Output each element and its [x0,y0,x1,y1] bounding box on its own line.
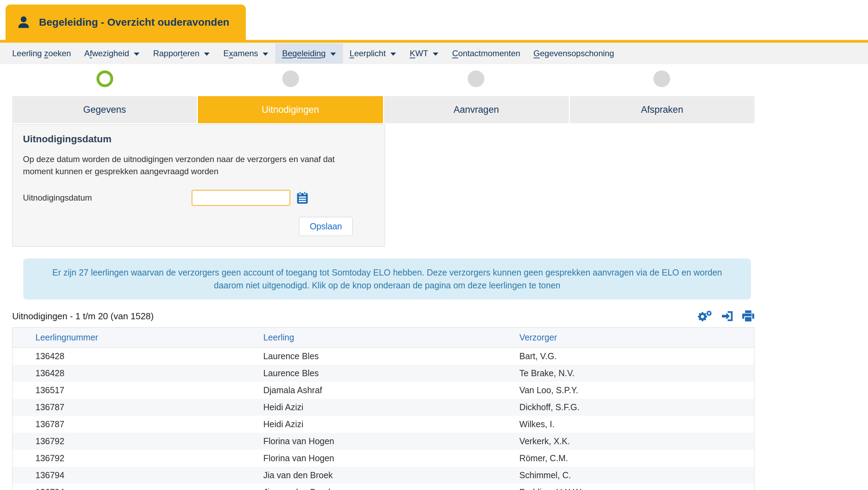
chevron-down-icon [390,51,397,56]
top-strip [0,0,868,5]
table-row[interactable]: 136428 Laurence Bles Bart, V.G. [12,348,754,365]
table-row[interactable]: 136787 Heidi Azizi Dickhoff, S.F.G. [12,399,754,416]
uitnodigingsdatum-field-row: Uitnodigingsdatum [23,190,374,206]
cell-leerling: Florina van Hogen [240,450,496,467]
menu-item-leerplicht[interactable]: Leerplicht [343,43,403,64]
table-row[interactable]: 136517 Djamala Ashraf Van Loo, S.P.Y. [12,382,754,399]
opslaan-button[interactable]: Opslaan [299,217,353,236]
cell-leerlingnummer: 136787 [12,399,241,416]
table-row[interactable]: 136428 Laurence Bles Te Brake, N.V. [12,365,754,382]
table-toolbar [698,310,754,322]
cell-leerling: Heidi Azizi [240,416,496,433]
step-indicator-3[interactable] [468,70,484,87]
cell-verzorger: Te Brake, N.V. [496,365,754,382]
cell-leerlingnummer: 136794 [12,467,241,484]
step-indicator-4[interactable] [653,70,670,87]
calendar-icon[interactable] [296,191,309,205]
table-body: 136428 Laurence Bles Bart, V.G. 136428 L… [12,348,754,490]
cell-verzorger: Schimmel, C. [496,467,754,484]
cell-leerlingnummer: 136794 [12,484,241,490]
cell-leerling: Jia van den Broek [240,484,496,490]
cell-leerling: Laurence Bles [240,348,496,365]
table-header-row: Uitnodigingen - 1 t/m 20 (van 1528) [12,310,754,322]
cell-leerlingnummer: 136517 [12,382,241,399]
cell-verzorger: Dickhoff, S.F.G. [496,399,754,416]
menu-item-leerling-zoeken[interactable]: Leerling zoeken [6,43,77,64]
sign-in-icon[interactable] [721,310,734,322]
tab-bar: Gegevens Uitnodigingen Aanvragen Afsprak… [12,96,754,123]
cell-leerlingnummer: 136428 [12,348,241,365]
cell-verzorger: Wilkes, I. [496,416,754,433]
step-indicator-1[interactable] [97,70,113,87]
tab-afspraken[interactable]: Afspraken [570,96,754,123]
cell-verzorger: Padding, H.X.W. [496,484,754,490]
table-row[interactable]: 136794 Jia van den Broek Padding, H.X.W. [12,484,754,490]
tab-aanvragen[interactable]: Aanvragen [384,96,569,123]
menu-item-kwt[interactable]: KWT [403,43,445,64]
step-indicator-2[interactable] [282,70,299,87]
header-accent-bar [0,40,868,43]
chevron-down-icon [330,51,336,56]
menu-item-examens[interactable]: Examens [217,43,275,64]
menu-item-begeleiding[interactable]: Begeleiding [275,43,343,64]
column-header-leerlingnummer[interactable]: Leerlingnummer [12,328,241,348]
user-icon [16,15,31,30]
table-row[interactable]: 136787 Heidi Azizi Wilkes, I. [12,416,754,433]
chevron-down-icon [262,51,269,56]
table-row[interactable]: 136794 Jia van den Broek Schimmel, C. [12,467,754,484]
cell-verzorger: Römer, C.M. [496,450,754,467]
table-row[interactable]: 136792 Florina van Hogen Verkerk, X.K. [12,433,754,450]
module-tab: Begeleiding - Overzicht ouderavonden [6,5,246,40]
cell-leerling: Laurence Bles [240,365,496,382]
main-menu: Leerling zoeken Afwezigheid Rapporteren … [0,43,868,64]
table-header: Leerlingnummer Leerling Verzorger [12,328,754,348]
cell-leerling: Heidi Azizi [240,399,496,416]
tab-uitnodigingen[interactable]: Uitnodigingen [198,96,383,123]
cell-verzorger: Bart, V.G. [496,348,754,365]
uitnodigingsdatum-panel: Uitnodigingsdatum Op deze datum worden d… [12,124,385,247]
uitnodigingsdatum-input[interactable] [192,190,290,206]
menu-item-gegevensopschoning[interactable]: Gegevensopschoning [527,43,620,64]
cell-verzorger: Verkerk, X.K. [496,433,754,450]
chevron-down-icon [133,51,140,56]
cell-leerlingnummer: 136787 [12,416,241,433]
cell-leerlingnummer: 136428 [12,365,241,382]
wizard-steps [12,70,754,87]
cell-verzorger: Van Loo, S.P.Y. [496,382,754,399]
cell-leerlingnummer: 136792 [12,450,241,467]
page-title: Begeleiding - Overzicht ouderavonden [39,16,229,28]
table-row[interactable]: 136792 Florina van Hogen Römer, C.M. [12,450,754,467]
menu-item-contactmomenten[interactable]: Contactmomenten [445,43,527,64]
panel-actions: Opslaan [23,217,353,236]
tab-gegevens[interactable]: Gegevens [12,96,197,123]
print-icon[interactable] [742,310,754,322]
menu-item-afwezigheid[interactable]: Afwezigheid [77,43,146,64]
column-header-leerling[interactable]: Leerling [240,328,496,348]
chevron-down-icon [432,51,439,56]
uitnodigingen-table: Leerlingnummer Leerling Verzorger 136428… [12,327,754,490]
menu-item-rapporteren[interactable]: Rapporteren [147,43,217,64]
settings-icon[interactable] [698,310,713,322]
cell-leerling: Jia van den Broek [240,467,496,484]
cell-leerlingnummer: 136792 [12,433,241,450]
column-header-verzorger[interactable]: Verzorger [496,328,754,348]
panel-title: Uitnodigingsdatum [23,134,374,145]
window-tab-row: Begeleiding - Overzicht ouderavonden [0,5,868,40]
uitnodigingsdatum-label: Uitnodigingsdatum [23,193,192,203]
table-title: Uitnodigingen - 1 t/m 20 (van 1528) [12,311,154,322]
info-alert: Er zijn 27 leerlingen waarvan de verzorg… [23,259,751,299]
cell-leerling: Djamala Ashraf [240,382,496,399]
cell-leerling: Florina van Hogen [240,433,496,450]
panel-description: Op deze datum worden de uitnodigingen ve… [23,153,367,177]
chevron-down-icon [203,51,210,56]
